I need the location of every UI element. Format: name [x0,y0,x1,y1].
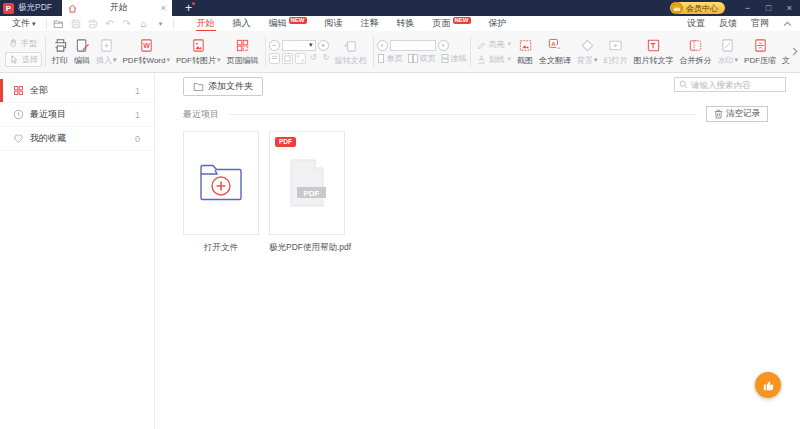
two-page-mode[interactable]: 双页 [408,53,436,64]
print-button[interactable]: 打印 [49,38,71,66]
tab-convert[interactable]: 转换 [388,15,424,32]
translate-button[interactable]: A 全文翻译 [536,38,574,66]
undo-icon[interactable]: ↶ [104,18,116,30]
open-file-icon[interactable] [53,19,65,29]
rotate-document-button[interactable]: 旋转文档 [332,38,370,66]
merge-split-button[interactable]: 合并拆分 [677,38,715,66]
pdf-to-image-button[interactable]: PDF转图片 [173,38,224,66]
titlebar: P 极光PDF 开始 × + 会员中心 − □ × [0,0,800,16]
settings-link[interactable]: 设置 [687,17,705,30]
tab-insert[interactable]: 插入 [224,15,260,32]
zoom-level-box[interactable]: ▾ [282,40,316,51]
file-menu[interactable]: 文件 ▾ [8,17,40,30]
hand-tool-button[interactable]: 手型 [5,37,42,50]
more-tools-caret-icon[interactable]: ▾ [155,18,167,30]
select-tool-button[interactable]: 选择 [5,52,42,67]
website-link[interactable]: 官网 [751,17,769,30]
app-name: 极光PDF [18,2,52,14]
highlight-button[interactable]: 高亮 ▾ [474,38,515,51]
content-top-row: 添加文件夹 [183,77,788,96]
zoom-out-icon[interactable]: − [269,40,280,51]
image-to-text-button[interactable]: 图片转文字 [631,38,677,66]
page-number-input[interactable] [391,41,435,50]
rotate-left-icon[interactable]: ↺ [308,53,319,64]
toolbar-expand-icon[interactable] [790,31,800,72]
prev-page-icon[interactable]: ‹ [377,40,388,51]
underline-button[interactable]: 划线 ▾ [474,53,515,66]
card-label: 极光PDF使用帮助.pdf [269,242,345,254]
edit-icon [75,38,90,53]
rotate-right-icon[interactable]: ↻ [321,53,332,64]
pdf-file-card-box[interactable]: PDF PDF [269,131,345,235]
clear-history-button[interactable]: 清空记录 [706,106,768,122]
pdf-compress-button[interactable]: PDF压缩 [741,38,779,66]
toolbar: 手型 选择 打印 编辑 插入 W PDF转Word PDF转图片 [0,31,800,73]
open-file-card[interactable]: 打开文件 [183,131,259,254]
background-button[interactable]: 背景 [574,38,601,66]
open-file-card-box[interactable] [183,131,259,235]
fit-width-icon[interactable] [269,53,280,64]
pdf-file-card[interactable]: PDF PDF 极光PDF使用帮助.pdf [269,131,345,254]
sidebar-item-recent[interactable]: 最近项目 1 [0,103,154,127]
slideshow-button[interactable]: 幻灯片 [601,38,631,66]
minimize-button[interactable]: − [737,3,758,13]
divider [229,114,696,115]
notification-dot [192,2,195,5]
trash-icon [714,109,723,119]
tab-page[interactable]: 页面NEW [424,15,480,32]
thumbs-up-icon [762,379,775,392]
close-button[interactable]: × [779,3,800,13]
maximize-button[interactable]: □ [758,3,779,13]
annotate-group: 高亮 ▾ 划线 ▾ [474,38,515,66]
pdf-to-word-button[interactable]: W PDF转Word [120,38,173,66]
edit-pdf-button[interactable]: 编辑 [71,38,93,66]
home-icon [68,4,77,13]
single-page-mode[interactable]: 单页 [377,53,403,64]
sidebar-item-favorites[interactable]: 我的收藏 0 [0,127,154,151]
page-edit-button[interactable]: 页面编辑 [224,38,262,66]
chevron-down-icon: ▾ [508,55,512,63]
tab-annotate[interactable]: 注释 [352,15,388,32]
page-number-box[interactable] [390,40,436,51]
zoom-in-icon[interactable]: + [318,40,329,51]
new-badge: NEW [289,17,307,24]
new-tab-button[interactable]: + [182,3,195,13]
recent-section-header: 最近项目 清空记录 [183,106,788,122]
divider [46,19,47,29]
collapse-ribbon-icon[interactable] [783,19,792,29]
clock-icon [13,109,24,120]
insert-button[interactable]: 插入 [93,38,120,66]
print-icon[interactable] [87,19,99,29]
watermark-button[interactable]: 水印 [715,38,742,66]
tab-protect[interactable]: 保护 [480,15,516,32]
home-nav-icon[interactable]: ⌂ [138,18,150,30]
tab-close-icon[interactable]: × [161,3,166,13]
tab-read[interactable]: 阅读 [316,15,352,32]
tab-edit[interactable]: 编辑NEW [260,15,316,32]
tab-start[interactable]: 开始 [188,15,224,32]
search-input[interactable] [691,80,781,90]
screenshot-button[interactable]: 截图 [514,38,536,66]
sidebar: 全部 1 最近项目 1 我的收藏 0 [0,73,155,429]
sidebar-item-all[interactable]: 全部 1 [0,79,154,103]
printer-icon [53,38,68,53]
divider [173,19,174,29]
translate-icon: A [548,38,563,53]
feedback-link[interactable]: 反馈 [719,17,737,30]
actual-size-icon[interactable] [295,53,306,64]
file-menu-label: 文件 [12,17,30,30]
chevron-down-icon: ▾ [32,20,36,28]
svg-text:A: A [551,39,556,46]
document-tab[interactable]: 开始 × [62,0,172,16]
continuous-mode[interactable]: 连续 [441,53,467,64]
pdf-badge: PDF [275,137,296,147]
member-center-button[interactable]: 会员中心 [670,2,725,14]
zoom-level-input[interactable] [283,41,309,50]
screenshot-icon [518,38,533,53]
fit-page-icon[interactable] [282,53,293,64]
next-page-icon[interactable]: › [438,40,449,51]
add-folder-button[interactable]: 添加文件夹 [183,77,263,96]
save-icon[interactable] [70,19,82,29]
redo-icon[interactable]: ↷ [121,18,133,30]
feedback-fab-button[interactable] [755,372,781,398]
